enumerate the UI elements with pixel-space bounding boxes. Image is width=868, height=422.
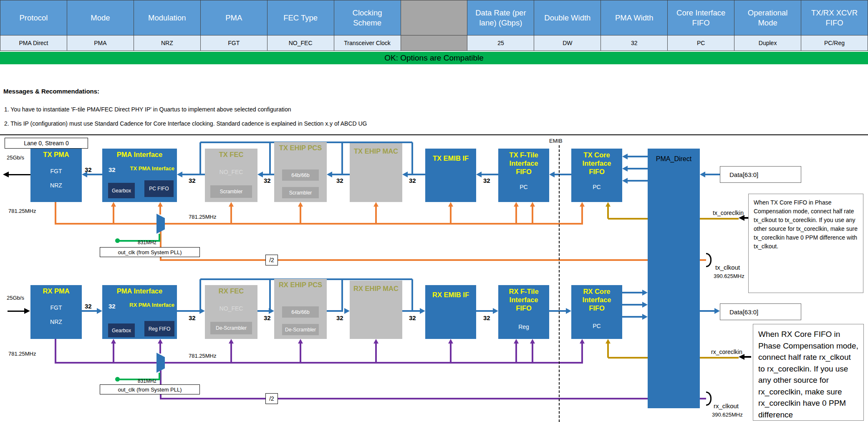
tx-clock-arrow <box>580 202 585 207</box>
tx-pll-clock-riser <box>159 234 160 241</box>
rx-serial-line <box>8 311 25 312</box>
rx-pma-block: RX PMA FGT NRZ <box>30 285 82 339</box>
tx-clkout-connector-icon <box>706 253 712 267</box>
rx-clock-mux <box>156 353 165 373</box>
tx-data-line <box>182 174 201 175</box>
tx-coreclkin-label: tx_coreclkin <box>713 210 744 216</box>
cell-xcvr-fifo[interactable]: PC/Reg <box>801 35 868 51</box>
rx-serial-in-arrow <box>24 308 30 314</box>
rx-clkout-label: rx_clkout <box>714 402 739 409</box>
rx-emib-arrow <box>642 314 648 320</box>
rx-clock-riser <box>230 343 232 363</box>
tx-pll-freq-label: 831MHz <box>138 240 156 245</box>
rx-serial-rate-label: 25Gb/s <box>7 295 24 301</box>
block-title: TX FEC <box>205 149 257 159</box>
cell-double-width[interactable]: DW <box>534 35 601 51</box>
tx-data-line <box>342 174 350 175</box>
tx-arrow-into-emib-if <box>476 172 482 177</box>
tx-clock-arrow <box>448 202 453 207</box>
rx-ftile-fifo-block: RX F-Tile Interface FIFO Reg <box>498 285 549 339</box>
rx-ehip-pcs-block: RX EHIP PCS 64b/66b De-Scrambler <box>274 279 327 339</box>
col-header-blank <box>401 0 467 35</box>
messages-title: Messages & Recommendations: <box>3 88 99 95</box>
rx-clock-main-line <box>55 362 583 364</box>
rx-emib-if-block: RX EMIB IF <box>425 285 476 339</box>
fifo-mode-label: PC <box>571 323 622 329</box>
tx-clock-riser <box>300 206 301 225</box>
cell-protocol[interactable]: PMA Direct <box>0 35 67 51</box>
tx-clock-arrow <box>530 202 535 207</box>
rx-clock-arrow <box>229 339 234 344</box>
tx-bypass-drop <box>199 142 201 175</box>
block-subtitle: TX PMA Interface <box>130 165 174 172</box>
tx-pma-block: TX PMA FGT NRZ <box>30 149 82 202</box>
block-title: TX PMA <box>30 149 82 159</box>
bus-width-label: 32 <box>264 177 271 184</box>
tx-mux-output <box>159 206 161 215</box>
tx-bypass-drop <box>341 142 343 175</box>
diagram-top-border <box>0 134 868 135</box>
block-title: TX EHIP MAC <box>350 143 402 156</box>
tx-data-line <box>407 174 425 175</box>
decoder-subblock: 64b/66b <box>282 306 319 318</box>
rx-clock-drop <box>55 339 56 364</box>
tx-clock-arrow <box>373 202 378 207</box>
tx-clkout-label: tx_clkout <box>715 264 740 271</box>
tx-clock-arrow <box>158 202 163 207</box>
block-title: TX EMIB IF <box>425 149 476 163</box>
tx-arrow-into-pcs <box>327 172 332 177</box>
tx-clock-riser <box>450 206 452 225</box>
tx-clock-riser <box>532 206 533 225</box>
bus-width-label: 32 <box>336 314 343 321</box>
rx-arrow-into-ftile-fifo <box>493 308 498 314</box>
rx-bypass-drop <box>341 279 343 312</box>
rx-bypass-drop <box>269 279 271 312</box>
pma-direct-block: PMA_Direct <box>648 149 700 408</box>
rx-clock-riser <box>300 343 301 363</box>
tx-ehip-pcs-block: TX EHIP PCS 64b/66b Scrambler <box>274 142 327 202</box>
col-header-mode: Mode <box>67 0 134 35</box>
rx-core-fifo-block: RX Core Interface FIFO PC <box>571 285 622 339</box>
tx-clock-riser <box>230 206 232 225</box>
rx-coreclkin-arrow <box>606 339 611 344</box>
rx-data-line <box>177 310 201 312</box>
cell-pma[interactable]: FGT <box>201 35 267 51</box>
descrambler-subblock: De-Scrambler <box>282 324 319 335</box>
cell-operational-mode[interactable]: Duplex <box>734 35 801 51</box>
tx-fec-block: TX FEC NO_FEC Scrambler <box>205 149 257 202</box>
rx-data-line <box>82 310 98 312</box>
rx-divider-box: /2 <box>265 393 278 404</box>
bus-width-label: 32 <box>409 314 416 321</box>
block-title: RX EMIB IF <box>425 285 476 299</box>
rx-data-line <box>327 310 343 312</box>
rx-data-line <box>476 310 494 312</box>
rx-clock-arrow <box>373 339 378 344</box>
pma-type-label: FGT <box>30 168 82 174</box>
bus-width-label: 32 <box>189 177 196 184</box>
block-title: RX EHIP PCS <box>274 279 327 289</box>
cell-pma-width[interactable]: 32 <box>601 35 667 51</box>
pma-direct-label: PMA_Direct <box>648 155 700 163</box>
fifo-mode-label: PC <box>571 184 622 190</box>
bus-width-label: 32 <box>483 314 490 321</box>
rx-clkout-connector-icon <box>706 392 712 406</box>
tx-clock-mux <box>156 214 165 234</box>
tx-emib-line <box>627 156 648 157</box>
rx-clock-riser <box>581 343 583 363</box>
tx-clock-freq-label: 781.25MHz <box>8 208 36 214</box>
cell-clocking-scheme[interactable]: Transceiver Clock <box>334 35 401 51</box>
tx-data-line <box>481 174 498 175</box>
cell-fec-type[interactable]: NO_FEC <box>267 35 334 51</box>
cell-data-rate[interactable]: 25 <box>467 35 534 51</box>
rx-arrow-into-fec <box>199 308 205 314</box>
col-header-data-rate: Data Rate (per lane) (Gbps) <box>467 0 534 35</box>
cell-modulation[interactable]: NRZ <box>134 35 200 51</box>
fifo-mode-label: PC <box>498 184 549 190</box>
tx-data-bus-box: Data[63:0] <box>720 166 801 183</box>
tx-emib-arrow <box>622 166 628 172</box>
rx-clkout-line <box>160 398 706 399</box>
gearbox-subblock: Gearbox <box>108 183 135 198</box>
cell-core-interface-fifo[interactable]: PC <box>668 35 734 51</box>
cell-mode[interactable]: PMA <box>67 35 134 51</box>
gearbox-subblock: Gearbox <box>108 323 135 337</box>
